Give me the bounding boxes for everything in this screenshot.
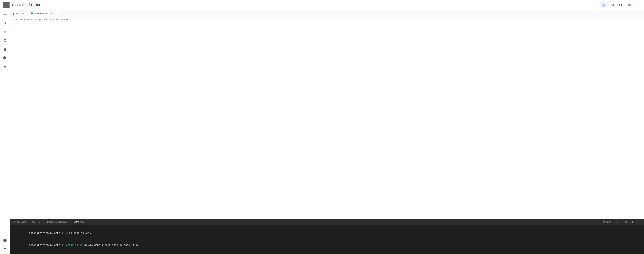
terminal-dollar-2: $: [85, 244, 87, 246]
line-numbers: 1: [10, 22, 19, 219]
svg-rect-3: [6, 6, 7, 6]
breadcrumb-demonstrator[interactable]: demonstrator: [20, 18, 33, 21]
editor-area: ▮ Welcome ☵ main-or-index-file ✕ home › …: [10, 10, 644, 254]
kill-terminal-btn[interactable]: [630, 220, 636, 224]
tab-welcome[interactable]: ▮ Welcome: [10, 10, 28, 17]
breadcrumb-sep-3: ›: [48, 19, 49, 21]
breadcrumb-home[interactable]: home: [13, 18, 18, 21]
add-terminal-btn[interactable]: +: [614, 220, 622, 224]
tab-main-label: main-or-index-file: [34, 12, 52, 15]
header-actions: [600, 2, 641, 9]
tab-welcome-label: Welcome: [16, 12, 25, 15]
panel-tabs: PROBLEMS OUTPUT DEBUG CONSOLE TERMINAL: [10, 219, 644, 225]
more-panel-btn[interactable]: [637, 220, 642, 224]
panel-tab-problems[interactable]: PROBLEMS: [11, 219, 30, 225]
svg-rect-1: [6, 4, 6, 5]
terminal-output[interactable]: demonstrator@cloudshell:~$ cd codelab-o1…: [10, 225, 644, 254]
split-terminal-btn[interactable]: [623, 220, 628, 224]
tabs-bar: ▮ Welcome ☵ main-or-index-file ✕: [10, 10, 644, 17]
sidebar-item-extensions[interactable]: [1, 54, 9, 62]
sidebar-bottom: [1, 236, 9, 252]
more-options-button[interactable]: [634, 2, 641, 9]
edit-button[interactable]: [600, 2, 607, 9]
main-file-icon: ☵: [31, 12, 33, 15]
code-editor[interactable]: 1: [10, 22, 644, 219]
terminal-line-2: demonstrator@cloudshell:~/codelab-o11y$ …: [14, 239, 640, 251]
tab-main-or-index-file[interactable]: ☵ main-or-index-file ✕: [28, 10, 59, 17]
svg-rect-0: [4, 4, 5, 6]
terminal-user-2: demonstrator@cloudshell: [29, 244, 63, 246]
app-logo: [3, 2, 10, 8]
breadcrumb-file[interactable]: main-or-index-file: [52, 18, 68, 21]
sidebar-item-run-debug[interactable]: [1, 45, 9, 53]
terminal-path-1: :~: [63, 232, 66, 234]
app-title: Cloud Shell Editor: [12, 3, 600, 7]
terminal-button[interactable]: [609, 2, 616, 9]
welcome-file-icon: ▮: [13, 12, 14, 15]
sidebar-item-explorer[interactable]: [1, 20, 9, 28]
terminal-label-btn[interactable]: bash: [601, 220, 612, 224]
terminal-path-2: :~/codelab-o11y: [63, 244, 85, 246]
breadcrumb-sep-2: ›: [33, 19, 34, 21]
sidebar-item-menu[interactable]: [1, 11, 9, 19]
panel-actions: bash +: [601, 220, 642, 224]
terminal-line-1: demonstrator@cloudshell:~$ cd codelab-o1…: [14, 227, 640, 239]
split-button[interactable]: [626, 2, 633, 9]
breadcrumb-sep-1: ›: [19, 19, 20, 21]
terminal-cmd-2: cloudshell edit main-or-index-file: [87, 244, 139, 246]
main-layout: ▮ Welcome ☵ main-or-index-file ✕ home › …: [0, 10, 644, 254]
sidebar-item-source-control[interactable]: [1, 37, 9, 45]
terminal-name: bash: [606, 220, 611, 223]
panel-area: PROBLEMS OUTPUT DEBUG CONSOLE TERMINAL: [10, 219, 644, 254]
sidebar-item-search[interactable]: [1, 28, 9, 36]
add-icon: +: [616, 220, 617, 223]
breadcrumb-file-icon: ☰: [50, 18, 52, 21]
header: Cloud Shell Editor: [0, 0, 644, 10]
code-content[interactable]: [19, 22, 644, 219]
panel-tab-terminal[interactable]: TERMINAL: [70, 219, 87, 225]
preview-button[interactable]: [617, 2, 624, 9]
sidebar-item-testing[interactable]: [1, 62, 9, 70]
panel-tab-debug-console[interactable]: DEBUG CONSOLE: [44, 219, 70, 225]
terminal-user-1: demonstrator@cloudshell: [29, 232, 63, 234]
sidebar-item-gemini[interactable]: [1, 245, 9, 252]
breadcrumb: home › demonstrator › codelab-o11y › ☰ m…: [10, 17, 644, 22]
panel-tab-output[interactable]: OUTPUT: [30, 219, 44, 225]
sidebar-item-cloud-code[interactable]: [1, 236, 9, 244]
tab-close-button[interactable]: ✕: [54, 12, 56, 15]
sidebar: [0, 10, 10, 254]
terminal-line-3: demonstrator@cloudshell:~/codelab-o11y$: [14, 251, 640, 254]
line-number-1: 1: [10, 24, 16, 26]
terminal-cmd-1: cd codelab-o11y/: [68, 232, 93, 234]
breadcrumb-codelab[interactable]: codelab-o11y: [34, 18, 47, 21]
svg-rect-2: [7, 4, 7, 5]
